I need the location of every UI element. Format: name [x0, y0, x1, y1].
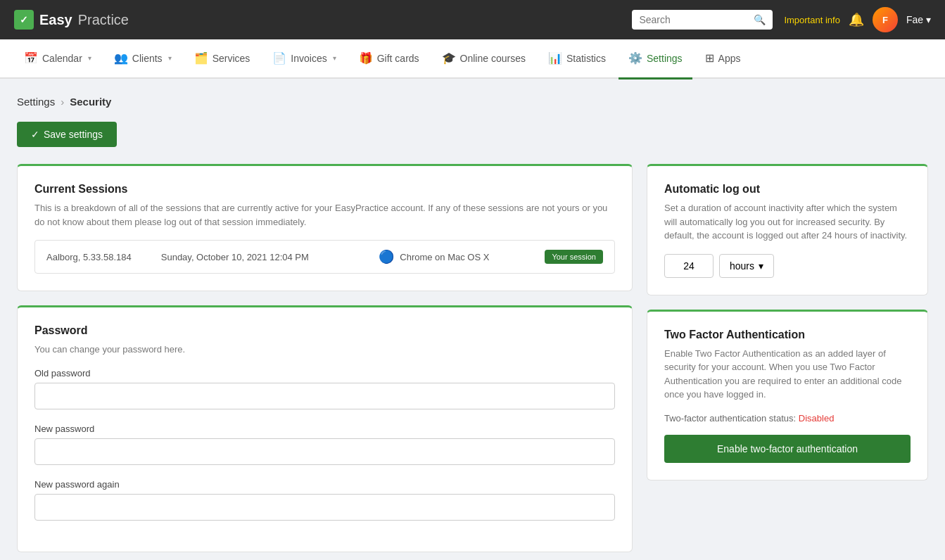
nav-item-invoices[interactable]: 📄 Invoices ▾ [262, 39, 345, 79]
online-courses-icon: 🎓 [442, 51, 456, 65]
settings-icon: ⚙️ [628, 51, 642, 65]
logo-practice: Practice [78, 12, 129, 28]
logo[interactable]: ✓ EasyPractice [14, 10, 129, 30]
invoices-icon: 📄 [272, 51, 286, 65]
two-factor-status-value: Disabled [799, 413, 835, 424]
enable-twofa-button[interactable]: Enable two-factor authentication [664, 435, 911, 463]
user-avatar[interactable]: F [873, 7, 898, 32]
breadcrumb: Settings › Security [17, 96, 928, 108]
two-factor-title: Two Factor Authentication [664, 329, 911, 341]
header: ✓ EasyPractice 🔍 Important info 🔔 F Fae … [0, 0, 945, 39]
session-location: Aalborg, 5.33.58.184 [46, 252, 150, 262]
left-column: Current Sessions This is a breakdown of … [17, 164, 633, 552]
logo-icon: ✓ [14, 10, 34, 30]
save-settings-button[interactable]: ✓ Save settings [17, 122, 117, 147]
old-password-input[interactable] [34, 383, 615, 409]
apps-icon: ⊞ [705, 51, 714, 65]
hours-select: hours ▾ [664, 254, 911, 278]
main-content: Settings › Security ✓ Save settings Curr… [0, 79, 945, 560]
nav-item-apps[interactable]: ⊞ Apps [695, 39, 751, 79]
search-icon: 🔍 [754, 14, 766, 25]
nav-item-clients[interactable]: 👥 Clients ▾ [104, 39, 182, 79]
new-password-group: New password [34, 424, 615, 465]
old-password-label: Old password [34, 368, 615, 378]
new-password-label: New password [34, 424, 615, 434]
new-password-again-label: New password again [34, 479, 615, 490]
important-info-link[interactable]: Important info [784, 15, 840, 25]
hours-dropdown-button[interactable]: hours ▾ [719, 254, 774, 278]
search-input[interactable] [639, 14, 749, 25]
two-factor-description: Enable Two Factor Authentication as an a… [664, 347, 911, 402]
nav-item-services[interactable]: 🗂️ Services [184, 39, 260, 79]
calendar-chevron-icon: ▾ [88, 54, 91, 62]
services-icon: 🗂️ [194, 51, 208, 65]
auto-logout-description: Set a duration of account inactivity aft… [664, 201, 911, 243]
your-session-badge: Your session [545, 250, 603, 264]
nav-item-settings[interactable]: ⚙️ Settings [619, 39, 692, 79]
chrome-icon: 🔵 [379, 249, 394, 265]
auto-logout-card: Automatic log out Set a duration of acco… [647, 164, 928, 295]
current-sessions-card: Current Sessions This is a breakdown of … [17, 164, 633, 291]
nav-item-gift-cards[interactable]: 🎁 Gift cards [349, 39, 429, 79]
new-password-again-group: New password again [34, 479, 615, 521]
hours-input[interactable] [664, 254, 713, 278]
breadcrumb-separator: › [61, 96, 64, 108]
breadcrumb-current: Security [70, 96, 111, 108]
password-description: You can change your password here. [34, 343, 615, 357]
old-password-group: Old password [34, 368, 615, 409]
new-password-again-input[interactable] [34, 494, 615, 521]
search-bar[interactable]: 🔍 [632, 10, 773, 30]
header-actions: Important info 🔔 F Fae ▾ [784, 7, 931, 32]
two-factor-card: Two Factor Authentication Enable Two Fac… [647, 310, 928, 481]
current-sessions-description: This is a breakdown of all of the sessio… [34, 201, 615, 229]
right-column: Automatic log out Set a duration of acco… [647, 164, 928, 552]
notification-bell-icon[interactable]: 🔔 [849, 12, 864, 27]
invoices-chevron-icon: ▾ [333, 54, 336, 62]
cards-layout: Current Sessions This is a breakdown of … [17, 164, 928, 552]
clients-chevron-icon: ▾ [168, 54, 172, 62]
gift-cards-icon: 🎁 [359, 51, 373, 65]
two-factor-status: Two-factor authentication status: Disabl… [664, 413, 911, 424]
password-card: Password You can change your password he… [17, 305, 633, 552]
nav-item-statistics[interactable]: 📊 Statistics [538, 39, 616, 79]
statistics-icon: 📊 [548, 51, 562, 65]
password-title: Password [34, 324, 615, 337]
auto-logout-title: Automatic log out [664, 183, 911, 196]
nav-item-calendar[interactable]: 📅 Calendar ▾ [14, 39, 101, 79]
current-sessions-title: Current Sessions [34, 183, 615, 196]
main-nav: 📅 Calendar ▾ 👥 Clients ▾ 🗂️ Services 📄 I… [0, 39, 945, 79]
session-row: Aalborg, 5.33.58.184 Sunday, October 10,… [34, 240, 615, 274]
new-password-input[interactable] [34, 438, 615, 465]
logo-easy: Easy [39, 12, 72, 28]
hours-chevron-icon: ▾ [759, 260, 763, 272]
nav-item-online-courses[interactable]: 🎓 Online courses [432, 39, 535, 79]
checkmark-icon: ✓ [31, 129, 39, 140]
session-browser: 🔵 Chrome on Mac OS X [379, 249, 533, 265]
calendar-icon: 📅 [24, 51, 38, 65]
breadcrumb-settings-link[interactable]: Settings [17, 96, 55, 108]
user-menu[interactable]: Fae ▾ [906, 14, 931, 25]
clients-icon: 👥 [114, 51, 128, 65]
session-date: Sunday, October 10, 2021 12:04 PM [161, 252, 368, 262]
